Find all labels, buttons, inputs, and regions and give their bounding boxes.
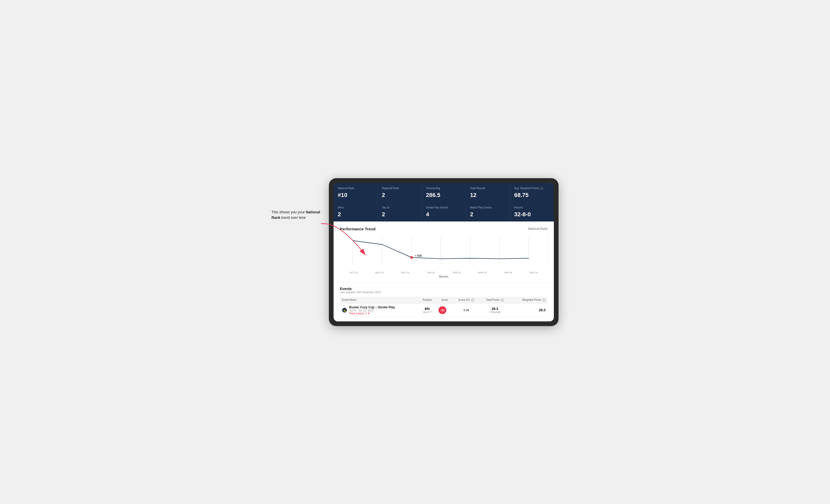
col-event-name: Event Name [340,297,418,303]
page-wrapper: This shows you your National Rank trend … [272,178,558,326]
stats-row-2: Wins 2 Top 3s 2 Stroke Play Events 4 Mat… [333,202,554,222]
x-label-apr24: APR 24 [495,271,521,274]
stat-record: Record 32-8-0 [510,202,554,222]
events-section: Events Last updated: 24th November 2023 … [333,282,554,322]
events-table-header-row: Event Name Position Score Event SG ⓘ Tot… [340,297,548,303]
event-name-cell: ⛳ Buster Cozy Cup – Stroke Play Oct 9 – … [340,303,418,317]
stat-stroke-play: Stroke Play Events 4 [422,202,466,222]
stat-wins-value: 2 [338,211,373,218]
stat-scoring-avg-value: 286.5 [426,192,461,199]
event-golf-icon: ⛳ [342,308,347,313]
performance-chart: • #10 [340,235,548,269]
stat-regional-rank-label: Regional Rank [382,187,417,190]
tablet-screen: National Rank #10 Regional Rank 2 Scorin… [333,183,554,322]
event-position-cell: 6th out of 7 [418,303,437,317]
x-axis-title: Months [340,275,548,278]
rank-impact: Rank Impact: 3 ▼ [349,312,395,315]
col-weighted-points: Weighted Points ⓘ [510,297,548,303]
current-rank-label: • #10 [415,254,422,257]
events-table: Event Name Position Score Event SG ⓘ Tot… [340,297,548,317]
stat-scoring-avg: Scoring Avg. 286.5 [422,183,466,202]
event-total-points-cell: 28.3 3 Rounds [480,303,510,317]
stat-top3s: Top 3s 2 [378,202,421,222]
stat-record-label: Record [514,206,550,209]
col-total-points: Total Points ⓘ [480,297,510,303]
chart-title: Performance Trend [340,227,376,231]
stat-total-rounds-value: 12 [470,192,506,199]
events-table-head: Event Name Position Score Event SG ⓘ Tot… [340,297,548,303]
stat-total-rounds: Total Rounds 12 [466,183,510,202]
chart-header: Performance Trend National Rank [340,227,548,231]
current-rank-dot [410,256,413,259]
stat-top3s-label: Top 3s [382,206,417,209]
svg-text:⛳: ⛳ [343,309,346,312]
chart-section: Performance Trend National Rank [333,222,554,282]
event-weighted-points-cell: 28.3 [510,303,548,317]
stat-regional-rank-value: 2 [382,192,417,199]
stat-match-play-label: Match Play Events [470,206,506,209]
stat-avg-weighted-points-label: Avg. Weighted Points ⓘ [514,187,550,190]
stat-wins: Wins 2 [333,202,377,222]
table-row: ⛳ Buster Cozy Cup – Stroke Play Oct 9 – … [340,303,548,317]
stat-wins-label: Wins [338,206,373,209]
x-label-oct23: OCT 23 [341,271,367,274]
event-cell-inner: ⛳ Buster Cozy Cup – Stroke Play Oct 9 – … [342,305,416,315]
stat-avg-weighted-points: Avg. Weighted Points ⓘ 68.75 [510,183,554,202]
stat-national-rank-value: #10 [338,192,373,199]
x-label-mar24: MAR 24 [470,271,496,274]
x-label-may24: MAY 24 [521,271,547,274]
stat-record-value: 32-8-0 [514,211,550,218]
stat-match-play-value: 2 [470,211,506,218]
event-sg-cell: 0.45 [453,303,480,317]
events-table-body: ⛳ Buster Cozy Cup – Stroke Play Oct 9 – … [340,303,548,317]
stat-stroke-play-label: Stroke Play Events [426,206,461,209]
event-name: Buster Cozy Cup – Stroke Play [349,305,395,309]
event-total-points-sub: 3 Rounds [482,311,508,313]
event-position-value: 6th [420,307,434,311]
rank-impact-arrow: ▼ [368,312,370,315]
score-badge: -22 [439,306,446,314]
chart-subtitle: National Rank [528,227,548,231]
stat-regional-rank: Regional Rank 2 [378,183,421,202]
col-event-sg: Event SG ⓘ [453,297,480,303]
stat-total-rounds-label: Total Rounds [470,187,506,190]
info-icon-total-points: ⓘ [501,298,504,302]
info-icon-avg-weighted: ⓘ [540,187,543,190]
stat-match-play: Match Play Events 2 [466,202,510,222]
event-total-points-value: 28.3 [482,307,508,311]
events-title: Events [340,287,548,291]
x-label-feb24: FEB 24 [444,271,470,274]
annotation-text: This shows you your National Rank trend … [272,209,324,221]
info-icon-weighted-points: ⓘ [542,298,545,302]
stat-top3s-value: 2 [382,211,417,218]
event-details: Buster Cozy Cup – Stroke Play Oct 9 – Oc… [349,305,395,315]
stat-scoring-avg-label: Scoring Avg. [426,187,461,190]
stat-national-rank-label: National Rank [338,187,373,190]
info-icon-event-sg: ⓘ [471,298,474,302]
stat-national-rank: National Rank #10 [333,183,377,202]
stats-row-1: National Rank #10 Regional Rank 2 Scorin… [333,183,554,202]
event-position-sub: out of 7 [420,311,434,313]
x-label-nov23: NOV 23 [367,271,392,274]
x-label-jan24: JAN 24 [418,271,444,274]
events-updated: Last updated: 24th November 2023 [340,291,548,294]
stat-avg-weighted-points-value: 68.75 [514,192,550,199]
x-axis-labels: OCT 23 NOV 23 DEC 23 JAN 24 FEB 24 MAR 2… [340,271,548,274]
event-weighted-points-value: 28.3 [512,308,545,312]
col-position: Position [418,297,437,303]
chart-area: • #10 [340,235,548,269]
event-score-cell: -22 [437,303,453,317]
event-date: Oct 9 – Oct 10, 2023 [349,309,395,312]
tablet-frame: National Rank #10 Regional Rank 2 Scorin… [329,178,558,326]
col-score: Score [437,297,453,303]
stat-stroke-play-value: 4 [426,211,461,218]
event-sg-value: 0.45 [464,309,469,312]
x-label-dec23: DEC 23 [392,271,418,274]
